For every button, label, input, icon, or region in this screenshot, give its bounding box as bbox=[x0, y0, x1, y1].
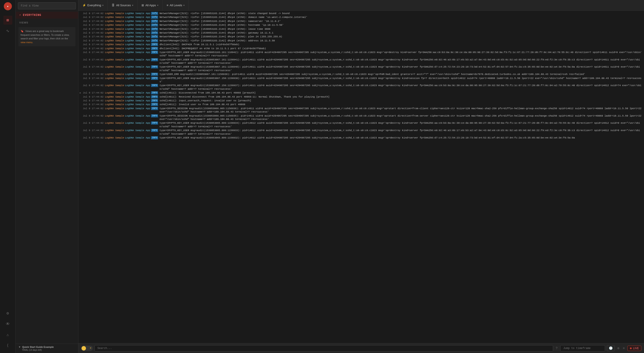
log-source: LogDNA Sample bbox=[105, 65, 124, 69]
live-btn[interactable]: LIVE bbox=[628, 346, 641, 351]
log-message: NetworkManager[523]: <info> [1539953183.… bbox=[160, 12, 642, 15]
log-row[interactable]: ▶Jul 8 17:44:02LogDNA SampleLogDNA Sampl… bbox=[78, 91, 644, 95]
log-message: type=CRYPTO_KEY_USER msg=audit(153995306… bbox=[160, 136, 642, 140]
everything-label[interactable]: ⚡ EVERYTHING bbox=[16, 12, 78, 18]
log-row[interactable]: Jul 8 17:44:02LogDNA SampleLogDNA Sample… bbox=[78, 31, 644, 35]
bottom-bar: ☀ ? 🕐 ⚙ ≡ LIVE bbox=[78, 343, 644, 353]
everything-btn[interactable]: ⚡ Everything ▾ bbox=[78, 0, 108, 10]
log-source: LogDNA Sample bbox=[105, 99, 124, 102]
log-row[interactable]: Jul 8 17:44:02LogDNA SampleLogDNA Sample… bbox=[78, 99, 644, 103]
log-source: LogDNA Sample bbox=[105, 43, 124, 46]
apps-icon: ⊞ bbox=[142, 3, 144, 7]
theme-toggle[interactable]: ☀ bbox=[81, 346, 93, 351]
log-source: LogDNA Sample bbox=[105, 107, 124, 110]
log-row[interactable]: Jul 8 17:44:02LogDNA SampleLogDNA Sample… bbox=[78, 27, 644, 31]
log-row[interactable]: Jul 8 17:44:02LogDNA SampleLogDNA Sample… bbox=[78, 39, 644, 43]
log-row[interactable]: Jul 8 17:44:02LogDNA SampleLogDNA Sample… bbox=[78, 65, 644, 72]
log-message: NetworkManager[523]: <info> [1539953183.… bbox=[160, 20, 642, 23]
collapse-sidebar-icon[interactable]: ⟨ bbox=[3, 341, 12, 350]
log-timestamp: Jul 8 17:44:02 bbox=[83, 31, 104, 35]
log-message: NetworkManager[523]: <info> [1539953183.… bbox=[160, 23, 642, 27]
log-app: LogDNA Sample App bbox=[125, 35, 150, 38]
log-app: LogDNA Sample App bbox=[125, 27, 150, 31]
all-sources-btn[interactable]: 🗄 All Sources ▾ bbox=[108, 0, 138, 10]
log-row[interactable]: Jul 8 17:44:02LogDNA SampleLogDNA Sample… bbox=[78, 50, 644, 58]
log-row[interactable]: Jul 8 17:44:02LogDNA SampleLogDNA Sample… bbox=[78, 107, 644, 114]
log-level-badge: info bbox=[151, 16, 158, 19]
sun-icon: ☀ bbox=[90, 347, 91, 350]
log-row[interactable]: Jul 8 17:44:02LogDNA SampleLogDNA Sample… bbox=[78, 19, 644, 23]
log-row[interactable]: Jul 8 17:44:02LogDNA SampleLogDNA Sample… bbox=[78, 72, 644, 76]
log-source: LogDNA Sample bbox=[105, 47, 124, 50]
log-row[interactable]: Jul 8 17:44:02LogDNA SampleLogDNA Sample… bbox=[78, 129, 644, 136]
log-row[interactable]: Jul 8 17:44:02LogDNA SampleLogDNA Sample… bbox=[78, 76, 644, 84]
layout-icon[interactable]: ⊞ bbox=[3, 16, 12, 24]
log-timestamp: Jul 8 17:44:02 bbox=[83, 35, 104, 38]
log-area[interactable]: Jul 8 17:44:02LogDNA SampleLogDNA Sample… bbox=[78, 11, 644, 343]
log-row[interactable]: Jul 8 17:44:02LogDNA SampleLogDNA Sample… bbox=[78, 95, 644, 99]
jump-timeframe-input[interactable] bbox=[560, 345, 605, 352]
log-source: LogDNA Sample bbox=[105, 12, 124, 15]
log-timestamp: Jul 8 17:44:02 bbox=[83, 77, 104, 80]
log-message: type=CRYPTO_SESSION msg=audit(1539953066… bbox=[160, 114, 642, 121]
filter-icon-btn[interactable]: ≡ bbox=[622, 346, 626, 351]
log-level-badge: INFO bbox=[151, 114, 158, 117]
log-app: LogDNA Sample App bbox=[125, 23, 150, 27]
find-view-input[interactable] bbox=[18, 2, 76, 9]
log-message: type=CRYPTO_KEY_USER msg=audit(153995306… bbox=[160, 121, 642, 128]
logo[interactable]: ✦ bbox=[4, 2, 12, 10]
levels-icon: ≡ bbox=[166, 3, 168, 7]
log-row[interactable]: Jul 8 17:44:02LogDNA SampleLogDNA Sample… bbox=[78, 121, 644, 129]
log-row[interactable]: Jul 8 17:44:02LogDNA SampleLogDNA Sample… bbox=[78, 15, 644, 19]
log-level-badge: INFO bbox=[151, 136, 158, 139]
pulse-icon[interactable]: ∿ bbox=[3, 26, 12, 35]
log-row[interactable]: Jul 8 17:44:02LogDNA SampleLogDNA Sample… bbox=[78, 103, 644, 106]
log-message: type=CRYPTO_KEY_USER msg=audit(153995306… bbox=[160, 84, 642, 91]
live-dot bbox=[630, 348, 632, 349]
log-source: LogDNA Sample bbox=[105, 31, 124, 35]
sidebar: ✦ ⊞ ∿ ⚙ 👁 ⚠ ⟨ bbox=[0, 0, 16, 353]
log-row[interactable]: Jul 8 17:44:02LogDNA SampleLogDNA Sample… bbox=[78, 23, 644, 27]
bolt-icon: ⚡ bbox=[19, 13, 21, 17]
view-menu-link[interactable]: view menu. bbox=[20, 41, 33, 44]
log-row[interactable]: Jul 8 17:44:02LogDNA SampleLogDNA Sample… bbox=[78, 43, 644, 46]
left-panel: ⚡ EVERYTHING VIEWS 🔖 Views are a great w… bbox=[16, 0, 78, 353]
log-row[interactable]: Jul 8 17:44:02LogDNA SampleLogDNA Sample… bbox=[78, 114, 644, 121]
main-area: ⚡ Everything ▾ 🗄 All Sources ▾ ⊞ All App… bbox=[78, 0, 644, 353]
search-help-icon[interactable]: ? bbox=[555, 346, 558, 351]
log-row[interactable]: Jul 8 17:44:02LogDNA SampleLogDNA Sample… bbox=[78, 136, 644, 140]
log-row[interactable]: Jul 8 17:44:02LogDNA SampleLogDNA Sample… bbox=[78, 35, 644, 39]
log-row[interactable]: Jul 8 17:44:02LogDNA SampleLogDNA Sample… bbox=[78, 12, 644, 15]
search-input[interactable] bbox=[94, 345, 553, 352]
log-message: NetworkManager[523]: <info> [1539953183.… bbox=[160, 27, 642, 31]
log-row[interactable]: Jul 8 17:44:02LogDNA SampleLogDNA Sample… bbox=[78, 84, 644, 91]
quick-start-toggle[interactable]: ▼ Quick Start Guide Example bbox=[18, 346, 76, 348]
log-level-badge: INFO bbox=[151, 47, 158, 50]
log-level-badge: info bbox=[151, 35, 158, 38]
log-row[interactable]: Jul 8 17:44:02LogDNA SampleLogDNA Sample… bbox=[78, 47, 644, 50]
eye-icon[interactable]: 👁 bbox=[3, 320, 12, 329]
log-source: LogDNA Sample bbox=[105, 20, 124, 23]
settings-icon[interactable]: ⚙ bbox=[3, 309, 12, 318]
log-message: dhclient[543]: DHCPACK from 10.11.5.1 (x… bbox=[160, 43, 642, 46]
log-source: LogDNA Sample bbox=[105, 77, 124, 80]
expand-arrow-icon[interactable]: ▶ bbox=[80, 91, 81, 95]
settings-icon-btn[interactable]: ⚙ bbox=[616, 346, 620, 351]
all-levels-btn[interactable]: ≡ All Levels ▾ bbox=[162, 0, 189, 10]
log-row[interactable]: Jul 8 17:44:02LogDNA SampleLogDNA Sample… bbox=[78, 58, 644, 65]
log-level-badge: info bbox=[151, 27, 158, 31]
clock-icon[interactable]: 🕐 bbox=[607, 345, 615, 351]
log-level-badge: info bbox=[151, 39, 158, 42]
log-message: sshd[14611]: Disconnected from 109.104.8… bbox=[160, 91, 642, 95]
log-level-badge: INFO bbox=[151, 99, 158, 102]
log-timestamp: Jul 8 17:44:02 bbox=[83, 103, 104, 106]
log-timestamp: Jul 8 17:44:02 bbox=[83, 23, 104, 27]
log-message: dhclient[543]: DHCPREQUEST on eth0 to 10… bbox=[160, 47, 642, 50]
log-app: LogDNA Sample App bbox=[125, 95, 150, 99]
log-message: type=CRYPTO_KEY_USER msg=audit(153995306… bbox=[160, 129, 642, 136]
all-apps-btn[interactable]: ⊞ All Apps ▾ bbox=[138, 0, 162, 10]
log-level-badge: INFO bbox=[151, 43, 158, 46]
log-timestamp: Jul 8 17:44:02 bbox=[83, 58, 104, 61]
log-app: LogDNA Sample App bbox=[125, 103, 150, 106]
alert-icon[interactable]: ⚠ bbox=[3, 330, 12, 339]
